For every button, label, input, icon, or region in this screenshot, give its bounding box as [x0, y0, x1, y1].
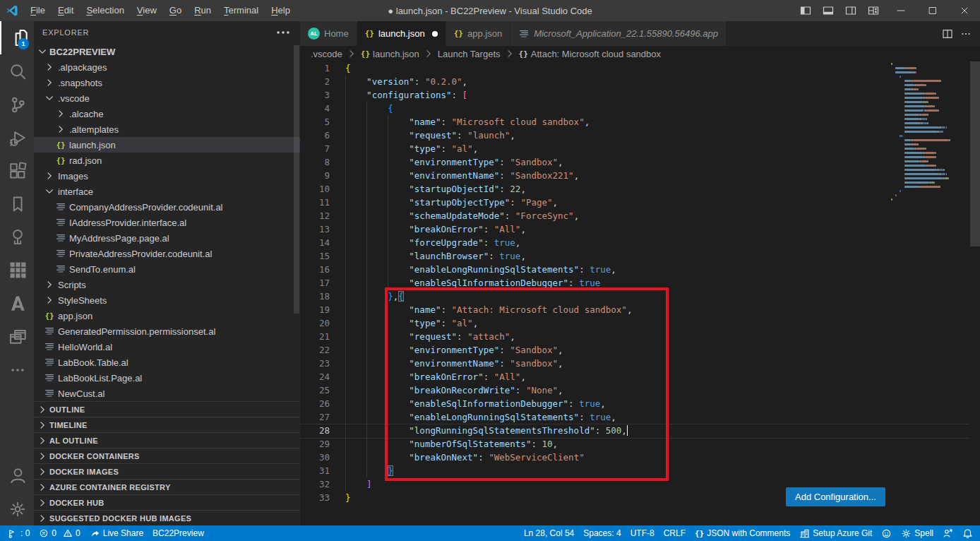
activity-extensions-icon[interactable] — [0, 154, 34, 187]
tree-file-newcust-al[interactable]: NewCust.al — [34, 386, 300, 401]
panel-docker-containers[interactable]: DOCKER CONTAINERS — [34, 448, 300, 463]
panel-al-outline[interactable]: AL OUTLINE — [34, 432, 300, 448]
status-live-share[interactable]: Live Share — [90, 525, 143, 541]
tree-folder-images[interactable]: Images — [34, 168, 300, 184]
tree-file-labbooklist-page-al[interactable]: LabBookList.Page.al — [34, 370, 300, 386]
tree-file-companyaddressprovider-codeunit-al[interactable]: CompanyAddressProvider.codeunit.al — [34, 199, 300, 215]
code-line-7[interactable]: 7 "type": "al", — [300, 142, 980, 155]
code-line-5[interactable]: 5 "name": "Microsoft cloud sandbox", — [300, 115, 980, 129]
tree-file-labbook-table-al[interactable]: LabBook.Table.al — [34, 355, 300, 370]
activity-containers-icon[interactable] — [0, 320, 34, 353]
editor-more-actions-icon[interactable] — [960, 28, 972, 40]
activity-more-icon[interactable] — [0, 353, 34, 386]
editor-scrollbar[interactable] — [970, 61, 980, 246]
minimize-button[interactable] — [885, 0, 916, 21]
status-setup-azure-git[interactable]: Setup Azure Git — [799, 525, 872, 541]
code-area[interactable]: 1{2 "version": "0.2.0",3 "configurations… — [300, 61, 980, 525]
views-more-actions-icon[interactable] — [275, 24, 292, 41]
close-button[interactable] — [948, 0, 980, 21]
status-cursor-position[interactable]: Ln 28, Col 54 — [524, 525, 574, 541]
tree-file-rad-json[interactable]: {}rad.json — [34, 153, 300, 168]
code-line-29[interactable]: 29 "numberOfSqlStatements": 10, — [300, 437, 980, 451]
tree-folder-altemplates[interactable]: .altemplates — [34, 121, 300, 137]
code-line-27[interactable]: 27 "enableLongRunningSqlStatements": tru… — [300, 410, 980, 424]
code-line-8[interactable]: 8 "environmentType": "Sandbox", — [300, 155, 980, 169]
status-indentation[interactable]: Spaces: 4 — [583, 525, 621, 541]
tree-folder-alcache[interactable]: .alcache — [34, 106, 300, 121]
status-notifications[interactable] — [962, 525, 973, 541]
tree-folder-scripts[interactable]: Scripts — [34, 277, 300, 292]
code-line-12[interactable]: 12 "schemaUpdateMode": "ForceSync", — [300, 209, 980, 222]
code-line-30[interactable]: 30 "breakOnNext": "WebServiceClient" — [300, 451, 980, 464]
code-line-13[interactable]: 13 "breakOnError": "All", — [300, 222, 980, 236]
menu-file[interactable]: File — [24, 0, 52, 21]
tab-app-json[interactable]: {}app.json — [446, 21, 510, 46]
activity-run-debug-icon[interactable] — [0, 121, 34, 154]
sidebar-scrollbar[interactable] — [294, 45, 299, 314]
panel-timeline[interactable]: TIMELINE — [34, 417, 300, 432]
code-line-26[interactable]: 26 "enableSqlInformationDebugger": true, — [300, 397, 980, 410]
activity-test-tree-icon[interactable] — [0, 220, 34, 254]
panel-suggested-docker-hub-images[interactable]: SUGGESTED DOCKER HUB IMAGES — [34, 510, 300, 525]
tree-folder-vscode[interactable]: .vscode — [34, 90, 300, 106]
tree-file-iaddressprovider-interface-al[interactable]: IAddressProvider.interface.al — [34, 215, 300, 230]
activity-source-control-icon[interactable] — [0, 88, 34, 121]
code-line-10[interactable]: 10 "startupObjectId": 22, — [300, 182, 980, 196]
code-line-3[interactable]: 3 "configurations": [ — [300, 88, 980, 102]
activity-azure-icon[interactable] — [0, 287, 34, 320]
split-editor-icon[interactable] — [942, 28, 953, 40]
menu-help[interactable]: Help — [265, 0, 297, 21]
status-al-rad-counter[interactable]: : 0 — [7, 525, 30, 541]
tree-folder-stylesheets[interactable]: StyleSheets — [34, 292, 300, 308]
code-line-2[interactable]: 2 "version": "0.2.0", — [300, 75, 980, 88]
status-problems[interactable]: 00 — [39, 525, 80, 541]
layout-toggle-sidebar-icon[interactable] — [794, 0, 817, 21]
code-line-11[interactable]: 11 "startupObjectType": "Page", — [300, 196, 980, 209]
customize-layout-icon[interactable] — [862, 0, 885, 21]
breadcrumb-launch-targets[interactable]: Launch Targets — [438, 49, 501, 59]
tree-file-helloworld-al[interactable]: HelloWorld.al — [34, 339, 300, 355]
code-line-1[interactable]: 1{ — [300, 61, 980, 75]
tree-folder-alpackages[interactable]: .alpackages — [34, 59, 300, 75]
code-line-23[interactable]: 23 "environmentName": "sandbox", — [300, 357, 980, 370]
code-line-24[interactable]: 24 "breakOnError": "All", — [300, 370, 980, 384]
code-line-4[interactable]: 4 { — [300, 102, 980, 115]
status-copilot[interactable] — [881, 525, 892, 541]
code-line-16[interactable]: 16 "enableLongRunningSqlStatements": tru… — [300, 263, 980, 276]
menu-selection[interactable]: Selection — [80, 0, 130, 21]
breadcrumb-attach-microsoft-cloud-sandbox[interactable]: {}Attach: Microsoft cloud sandbox — [519, 49, 662, 59]
workspace-root-row[interactable]: BC22PREVIEW — [34, 44, 300, 59]
tab-launch-json[interactable]: {}launch.json — [357, 21, 446, 46]
code-line-25[interactable]: 25 "breakOnRecordWrite": "None", — [300, 384, 980, 397]
panel-docker-hub[interactable]: DOCKER HUB — [34, 494, 300, 510]
menu-terminal[interactable]: Terminal — [217, 0, 265, 21]
menu-go[interactable]: Go — [163, 0, 188, 21]
code-line-18[interactable]: 18 },{ — [300, 290, 980, 303]
layout-toggle-panel-icon[interactable] — [817, 0, 839, 21]
status-workspace-name[interactable]: BC22Preview — [153, 525, 204, 541]
menu-view[interactable]: View — [131, 0, 163, 21]
code-line-15[interactable]: 15 "launchBrowser": true, — [300, 249, 980, 263]
activity-bookmarks-icon[interactable] — [0, 187, 34, 220]
layout-toggle-secondary-sidebar-icon[interactable] — [839, 0, 862, 21]
code-line-17[interactable]: 17 "enableSqlInformationDebugger": true — [300, 276, 980, 290]
activity-settings-icon[interactable] — [0, 492, 34, 525]
status-feedback[interactable] — [943, 525, 953, 541]
panel-azure-container-registry[interactable]: AZURE CONTAINER REGISTRY — [34, 479, 300, 494]
tree-file-myaddresspage-page-al[interactable]: MyAddressPage.page.al — [34, 230, 300, 246]
code-line-28[interactable]: 28 "longRunningSqlStatementsThreshold": … — [300, 424, 980, 437]
activity-al-objects-icon[interactable] — [0, 254, 34, 287]
code-line-31[interactable]: 31 } — [300, 464, 980, 477]
breadcrumb-vscode[interactable]: .vscode — [311, 49, 342, 59]
menu-run[interactable]: Run — [188, 0, 217, 21]
tree-folder-snapshots[interactable]: .snapshots — [34, 75, 300, 90]
panel-docker-images[interactable]: DOCKER IMAGES — [34, 463, 300, 479]
code-line-22[interactable]: 22 "environmentType": "Sandbox", — [300, 343, 980, 357]
tree-file-generatedpermission-permissionset-al[interactable]: GeneratedPermission.permissionset.al — [34, 323, 300, 339]
tree-folder-interface[interactable]: interface — [34, 184, 300, 199]
status-encoding[interactable]: UTF-8 — [631, 525, 655, 541]
tree-file-privateaddressprovider-codeunit-al[interactable]: PrivateAddressProvider.codeunit.al — [34, 246, 300, 261]
breadcrumb-launch-json[interactable]: {}launch.json — [361, 49, 419, 59]
status-spell[interactable]: Spell — [901, 525, 933, 541]
status-eol[interactable]: CRLF — [664, 525, 686, 541]
